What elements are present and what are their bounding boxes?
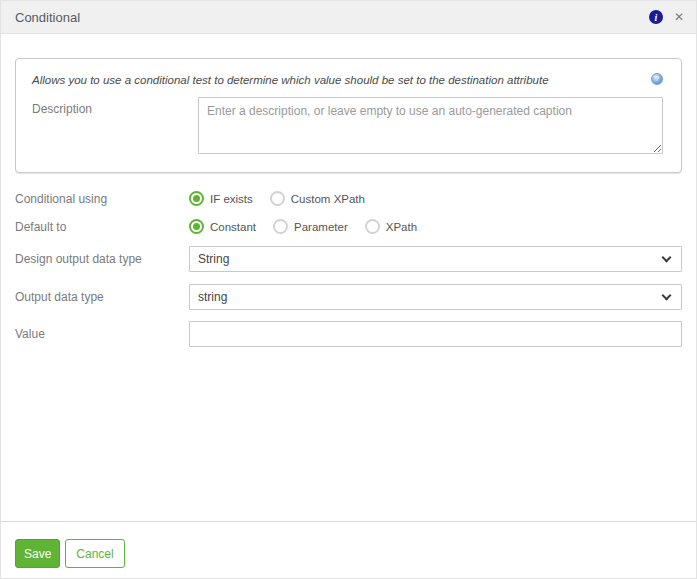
- description-row: Description: [32, 97, 665, 154]
- radio-constant-label: Constant: [210, 221, 256, 233]
- conditional-dialog: Conditional i ✕ Allows you to use a cond…: [0, 0, 697, 579]
- radio-xpath[interactable]: [365, 219, 380, 234]
- intro-hint-text: Allows you to use a conditional test to …: [32, 73, 639, 87]
- output-data-type-row: Output data type string: [15, 284, 682, 310]
- value-input[interactable]: [189, 321, 682, 347]
- radio-option-constant[interactable]: Constant: [189, 219, 256, 234]
- help-icon[interactable]: ?: [651, 73, 663, 85]
- info-icon[interactable]: i: [649, 10, 663, 24]
- design-output-data-type-label: Design output data type: [15, 252, 189, 266]
- default-to-label: Default to: [15, 220, 189, 234]
- design-output-data-type-select-wrap: String: [189, 246, 682, 272]
- radio-if-exists[interactable]: [189, 191, 204, 206]
- default-to-radio-group: Constant Parameter XPath: [189, 219, 434, 234]
- radio-constant[interactable]: [189, 219, 204, 234]
- conditional-using-row: Conditional using IF exists Custom XPath: [15, 191, 682, 206]
- cancel-button[interactable]: Cancel: [65, 539, 124, 568]
- description-label: Description: [32, 97, 198, 154]
- form-rows: Conditional using IF exists Custom XPath…: [1, 191, 696, 347]
- output-data-type-select[interactable]: string: [189, 284, 682, 310]
- description-input[interactable]: [198, 97, 663, 154]
- radio-parameter-label: Parameter: [294, 221, 348, 233]
- conditional-using-radio-group: IF exists Custom XPath: [189, 191, 382, 206]
- radio-option-parameter[interactable]: Parameter: [273, 219, 348, 234]
- design-output-data-type-select[interactable]: String: [189, 246, 682, 272]
- intro-panel: Allows you to use a conditional test to …: [15, 58, 682, 173]
- header-actions: i ✕: [649, 10, 684, 24]
- value-label: Value: [15, 327, 189, 341]
- conditional-using-label: Conditional using: [15, 192, 189, 206]
- radio-option-custom-xpath[interactable]: Custom XPath: [270, 191, 365, 206]
- intro-row: Allows you to use a conditional test to …: [32, 73, 665, 87]
- dialog-header: Conditional i ✕: [1, 1, 696, 34]
- radio-parameter[interactable]: [273, 219, 288, 234]
- radio-custom-xpath[interactable]: [270, 191, 285, 206]
- default-to-row: Default to Constant Parameter XPath: [15, 219, 682, 234]
- save-button[interactable]: Save: [15, 539, 60, 568]
- dialog-footer: Save Cancel: [1, 522, 696, 568]
- radio-if-exists-label: IF exists: [210, 193, 253, 205]
- design-output-data-type-row: Design output data type String: [15, 246, 682, 272]
- radio-xpath-label: XPath: [386, 221, 417, 233]
- radio-option-xpath[interactable]: XPath: [365, 219, 417, 234]
- output-data-type-select-wrap: string: [189, 284, 682, 310]
- radio-custom-xpath-label: Custom XPath: [291, 193, 365, 205]
- radio-option-if-exists[interactable]: IF exists: [189, 191, 253, 206]
- close-icon[interactable]: ✕: [674, 11, 684, 23]
- value-row: Value: [15, 321, 682, 347]
- output-data-type-label: Output data type: [15, 290, 189, 304]
- dialog-title: Conditional: [15, 10, 80, 25]
